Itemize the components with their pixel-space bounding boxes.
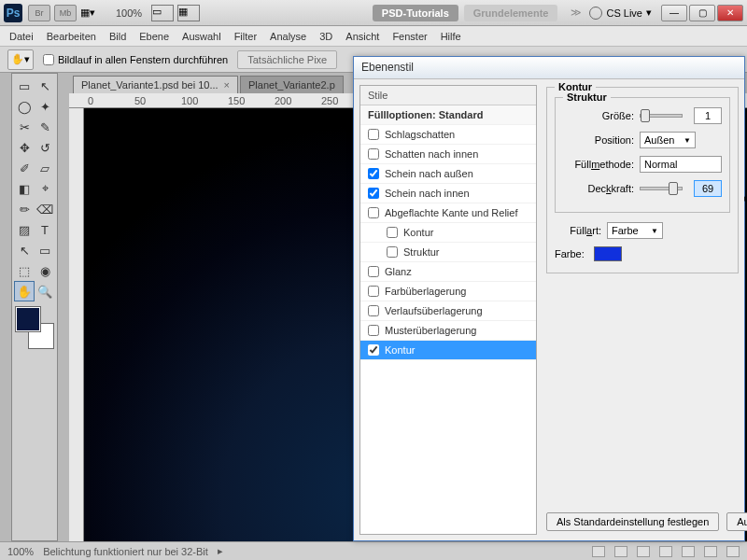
- scroll-all-input[interactable]: [43, 54, 54, 65]
- styles-header[interactable]: Stile: [360, 86, 536, 105]
- menu-filter[interactable]: Filter: [234, 31, 257, 42]
- workspace-psd-tutorials[interactable]: PSD-Tutorials: [373, 5, 458, 21]
- tool-hand[interactable]: ✋: [14, 281, 35, 301]
- deckkraft-input[interactable]: 69: [694, 180, 722, 197]
- style-glanz[interactable]: Glanz: [360, 262, 536, 282]
- checkbox[interactable]: [387, 227, 398, 238]
- tool-zoom[interactable]: 🔍: [35, 281, 55, 301]
- checkbox[interactable]: [368, 129, 379, 140]
- style-schein-aussen[interactable]: Schein nach außen: [360, 164, 536, 184]
- arrange-button[interactable]: ▦: [177, 5, 200, 21]
- maximize-button[interactable]: ▢: [689, 5, 715, 21]
- style-kontur[interactable]: Kontur: [360, 341, 536, 360]
- menu-3d[interactable]: 3D: [319, 31, 332, 42]
- tool-path[interactable]: ↖: [14, 240, 35, 260]
- minibridge-button[interactable]: Mb: [54, 5, 77, 21]
- tool-shape[interactable]: ▭: [35, 240, 55, 260]
- position-select[interactable]: Außen▼: [640, 132, 696, 148]
- status-icon[interactable]: [726, 546, 740, 557]
- menu-hilfe[interactable]: Hilfe: [441, 31, 461, 42]
- tool-stamp[interactable]: ✐: [14, 158, 35, 178]
- actual-pixels-button[interactable]: Tatsächliche Pixe: [237, 50, 337, 69]
- tool-brush[interactable]: ↺: [35, 137, 55, 158]
- tool-marquee[interactable]: ↖: [35, 76, 55, 96]
- workspace-grundelemente[interactable]: Grundelemente: [464, 5, 558, 21]
- checkbox[interactable]: [368, 148, 379, 160]
- hand-tool-preset[interactable]: ✋▾: [7, 49, 34, 70]
- scroll-all-checkbox[interactable]: Bildlauf in allen Fenstern durchführen: [43, 54, 228, 65]
- menu-datei[interactable]: Datei: [9, 31, 34, 42]
- checkbox[interactable]: [368, 266, 379, 277]
- workspace-more-icon[interactable]: ≫: [571, 7, 582, 19]
- style-kante-relief[interactable]: Abgeflachte Kante und Relief: [360, 203, 536, 223]
- checkbox[interactable]: [368, 168, 379, 179]
- tool-eraser[interactable]: ◧: [14, 178, 35, 199]
- menu-bearbeiten[interactable]: Bearbeiten: [47, 31, 96, 42]
- tool-eyedropper[interactable]: ✎: [35, 117, 55, 137]
- fuellart-select[interactable]: Farbe▼: [607, 222, 663, 239]
- set-default-button[interactable]: Als Standardeinstellung festlegen: [546, 512, 719, 531]
- tool-lasso[interactable]: ◯: [14, 96, 35, 117]
- style-schatten-innen[interactable]: Schatten nach innen: [360, 145, 536, 164]
- color-swatches[interactable]: [16, 307, 53, 348]
- checkbox[interactable]: [368, 286, 379, 297]
- fill-options-row[interactable]: Füllloptionen: Standard: [360, 105, 536, 125]
- status-icon[interactable]: [704, 546, 717, 557]
- tool-history[interactable]: ▱: [35, 158, 55, 178]
- checkbox[interactable]: [368, 305, 379, 316]
- tool-3d[interactable]: ⬚: [14, 260, 35, 281]
- close-button[interactable]: ✕: [717, 5, 743, 21]
- cs-live-button[interactable]: CS Live ▾: [589, 7, 652, 20]
- style-struktur-sub[interactable]: Struktur: [360, 243, 536, 262]
- menu-auswahl[interactable]: Auswahl: [182, 31, 221, 42]
- deckkraft-slider[interactable]: [640, 187, 683, 190]
- reset-default-button[interactable]: Auf Stand: [726, 512, 747, 531]
- screen-mode-dropdown[interactable]: ▦▾: [80, 5, 108, 21]
- status-icon[interactable]: [682, 546, 695, 557]
- checkbox[interactable]: [387, 246, 398, 258]
- style-verlaufueber[interactable]: Verlaufsüberlagerung: [360, 301, 536, 321]
- status-icon[interactable]: [614, 546, 627, 557]
- tool-type[interactable]: T: [35, 219, 55, 240]
- minimize-button[interactable]: —: [661, 5, 687, 21]
- menu-analyse[interactable]: Analyse: [270, 31, 306, 42]
- style-schlagschatten[interactable]: Schlagschatten: [360, 125, 536, 145]
- tool-dodge[interactable]: ⌫: [35, 199, 55, 219]
- status-zoom[interactable]: 100%: [7, 546, 34, 557]
- tool-blur[interactable]: ✏: [14, 199, 35, 219]
- close-icon[interactable]: ×: [224, 79, 230, 91]
- chevron-right-icon[interactable]: ▸: [218, 545, 223, 557]
- status-icon[interactable]: [592, 546, 605, 557]
- tool-wand[interactable]: ✦: [35, 96, 55, 117]
- fuellmethode-select[interactable]: Normal: [640, 156, 722, 173]
- checkbox[interactable]: [368, 325, 379, 336]
- tool-crop[interactable]: ✂: [14, 117, 35, 137]
- tool-heal[interactable]: ✥: [14, 137, 35, 158]
- style-farbueber[interactable]: Farbüberlagerung: [360, 282, 536, 301]
- view-extras-button[interactable]: ▭: [151, 5, 174, 21]
- bridge-button[interactable]: Br: [28, 5, 50, 21]
- menu-bild[interactable]: Bild: [109, 31, 126, 42]
- ruler-vertical[interactable]: [69, 108, 84, 541]
- tool-3dcam[interactable]: ◉: [35, 260, 55, 281]
- tool-gradient[interactable]: ⌖: [35, 178, 55, 199]
- groesse-input[interactable]: 1: [694, 107, 722, 124]
- status-icon[interactable]: [637, 546, 650, 557]
- menu-fenster[interactable]: Fenster: [392, 31, 427, 42]
- style-musterueber[interactable]: Musterüberlagerung: [360, 321, 536, 341]
- status-icon[interactable]: [659, 546, 672, 557]
- style-kontur-sub[interactable]: Kontur: [360, 223, 536, 243]
- stroke-color-swatch[interactable]: [594, 246, 622, 261]
- zoom-level[interactable]: 100%: [116, 7, 142, 19]
- tool-pen[interactable]: ▨: [14, 219, 35, 240]
- tab-variante1[interactable]: Planet_Variante1.psd bei 10... ×: [73, 76, 238, 93]
- checkbox[interactable]: [368, 188, 379, 199]
- menu-ansicht[interactable]: Ansicht: [345, 31, 379, 42]
- checkbox[interactable]: [368, 344, 379, 356]
- foreground-color-swatch[interactable]: [16, 307, 40, 331]
- groesse-slider[interactable]: [640, 114, 683, 118]
- style-schein-innen[interactable]: Schein nach innen: [360, 184, 536, 203]
- menu-ebene[interactable]: Ebene: [139, 31, 169, 42]
- tool-move[interactable]: ▭: [14, 76, 35, 96]
- tab-variante2[interactable]: Planet_Variante2.p: [240, 76, 344, 93]
